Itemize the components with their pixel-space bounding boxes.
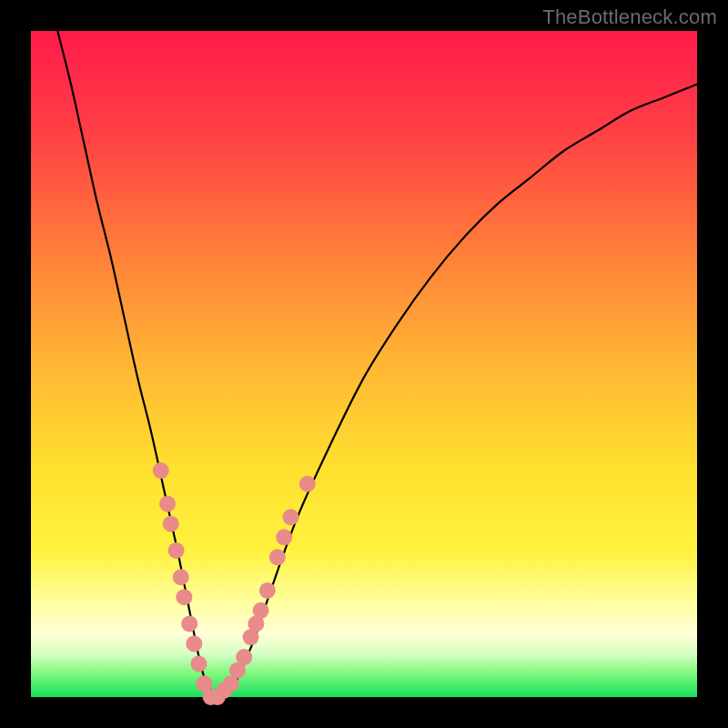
sample-point bbox=[276, 529, 292, 545]
sample-point bbox=[282, 509, 298, 525]
sample-point bbox=[173, 569, 189, 585]
chart-frame: TheBottleneck.com bbox=[0, 0, 728, 728]
chart-svg bbox=[0, 0, 728, 728]
sample-point bbox=[269, 549, 286, 565]
sample-point bbox=[259, 582, 276, 599]
sample-point bbox=[253, 602, 269, 619]
sample-point bbox=[163, 516, 179, 532]
sample-point bbox=[299, 476, 316, 492]
sample-point bbox=[159, 496, 176, 512]
sample-point bbox=[236, 649, 252, 665]
sample-point bbox=[176, 589, 192, 605]
sample-point bbox=[168, 542, 185, 559]
sample-point bbox=[153, 462, 169, 479]
sample-point bbox=[186, 635, 202, 652]
watermark-text: TheBottleneck.com bbox=[542, 5, 717, 29]
sample-point bbox=[181, 615, 197, 632]
sample-point bbox=[190, 655, 207, 672]
